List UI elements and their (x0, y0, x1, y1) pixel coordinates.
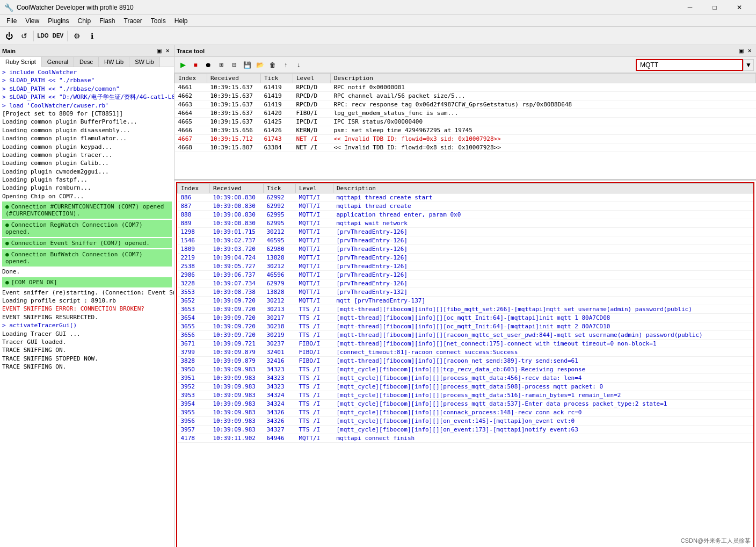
menu-tools[interactable]: Tools (147, 16, 170, 26)
script-line: [Project set to 8809 for [CT8851]] (1, 110, 173, 118)
cell-desc: IPC ISR status/0x00000400 (331, 118, 756, 126)
toolbar-btn3[interactable]: LDO (36, 29, 50, 43)
cell-desc: [mqtt-thread][fibocom][info][][oc_mqtt_I… (333, 314, 753, 322)
menu-file[interactable]: File (2, 16, 21, 26)
table-row[interactable]: 1298 10:39:01.715 30212 MQTT/I [prvThrea… (178, 228, 753, 236)
table-row[interactable]: 4668 10:39:15.807 63384 NET /I << Invali… (175, 143, 756, 152)
table-row[interactable]: 887 10:39:00.830 62992 MQTT/I mqttapi th… (178, 202, 753, 211)
tab-ruby-script[interactable]: Ruby Script (0, 57, 42, 67)
cell-index: 3950 (178, 365, 210, 374)
trace-close-btn[interactable]: ✕ (745, 47, 754, 55)
table-row[interactable]: 3228 10:39:07.734 62979 MQTT/I [prvThrea… (178, 279, 753, 288)
cell-desc: [prvThreadEntry-126] (333, 262, 753, 271)
table-row[interactable]: 4667 10:39:15.712 61743 NET /I << Invali… (175, 135, 756, 143)
tab-general[interactable]: General (42, 57, 74, 67)
lower-trace-table-container[interactable]: Index Received Tick Level Description 88… (176, 182, 754, 547)
cell-tick: 34324 (264, 400, 296, 408)
table-row[interactable]: 2986 10:39:06.737 46596 MQTT/I [prvThrea… (178, 271, 753, 279)
table-row[interactable]: 886 10:39:00.830 62992 MQTT/I mqttapi th… (178, 193, 753, 202)
table-row[interactable]: 4664 10:39:15.637 61420 FIBO/I lpg_get_m… (175, 109, 756, 118)
table-row[interactable]: 3953 10:39:09.983 34324 TTS /I [mqtt_cyc… (178, 391, 753, 400)
cell-level: MQTT/I (296, 245, 333, 254)
toolbar-btn4[interactable]: DEV (51, 29, 65, 43)
trace-filter-btn[interactable]: ⊟ (228, 59, 240, 71)
cell-index: 3655 (178, 322, 210, 331)
table-row[interactable]: 1809 10:39:03.720 62980 MQTT/I [prvThrea… (178, 245, 753, 254)
table-row[interactable]: 3952 10:39:09.983 34323 TTS /I [mqtt_cyc… (178, 383, 753, 391)
trace-save-btn[interactable]: 💾 (241, 59, 253, 71)
table-row[interactable]: 3671 10:39:09.721 30237 FIBO/I [mqtt-thr… (178, 340, 753, 348)
toolbar-settings-btn[interactable]: ⚙ (70, 29, 84, 43)
table-row[interactable]: 3956 10:39:09.983 34326 TTS /I [mqtt_cyc… (178, 417, 753, 426)
watermark: CSDN@外来务工人员徐某 (681, 537, 751, 545)
table-row[interactable]: 3654 10:39:09.720 30217 TTS /I [mqtt-thr… (178, 314, 753, 322)
cell-tick: 62992 (264, 193, 296, 202)
table-row[interactable]: 3652 10:39:09.720 30212 MQTT/I mqtt [prv… (178, 297, 753, 305)
menu-chip[interactable]: Chip (74, 16, 96, 26)
menu-view[interactable]: View (21, 16, 43, 26)
menu-tracer[interactable]: Tracer (120, 16, 147, 26)
trace-record-btn[interactable]: ⏺ (202, 59, 214, 71)
trace-clear-btn[interactable]: 🗑 (267, 59, 279, 71)
cell-tick: 34324 (264, 391, 296, 400)
cell-level: MQTT/I (296, 236, 333, 245)
menu-help[interactable]: Help (170, 16, 192, 26)
trace-grid-btn[interactable]: ⊞ (215, 59, 227, 71)
close-button[interactable]: ✕ (727, 0, 752, 15)
search-input[interactable] (636, 59, 743, 71)
table-row[interactable]: 3656 10:39:09.720 30219 TTS /I [mqtt-thr… (178, 331, 753, 340)
trace-float-btn[interactable]: ▣ (737, 47, 745, 55)
cell-level: MQTT/I (296, 202, 333, 211)
table-row[interactable]: 3950 10:39:09.983 34323 TTS /I [mqtt_cyc… (178, 365, 753, 374)
toolbar-power-btn[interactable]: ⏻ (2, 29, 16, 43)
tab-sw-lib[interactable]: SW Lib (129, 57, 159, 67)
table-row[interactable]: 4665 10:39:15.637 61425 IPCD/I IPC ISR s… (175, 118, 756, 126)
menu-plugins[interactable]: Plugins (43, 16, 73, 26)
cell-received: 10:39:08.738 (210, 288, 264, 297)
table-row[interactable]: 3653 10:39:09.720 30213 TTS /I [mqtt-thr… (178, 305, 753, 314)
left-panel-float-btn[interactable]: ▣ (155, 47, 163, 55)
table-row[interactable]: 4178 10:39:11.902 64946 MQTT/I mqttapi c… (178, 434, 753, 443)
table-row[interactable]: 3655 10:39:09.720 30218 TTS /I [mqtt-thr… (178, 322, 753, 331)
table-row[interactable]: 888 10:39:00.830 62995 MQTT/I applicatio… (178, 211, 753, 219)
table-row[interactable]: 4663 10:39:15.637 61419 RPCD/D RPC: recv… (175, 100, 756, 109)
trace-start-btn[interactable]: ▶ (177, 59, 188, 71)
table-row[interactable]: 3954 10:39:09.983 34324 TTS /I [mqtt_cyc… (178, 400, 753, 408)
table-row[interactable]: 889 10:39:00.830 62995 MQTT/I mqttapi wa… (178, 219, 753, 228)
table-row[interactable]: 2219 10:39:04.724 13828 MQTT/I [prvThrea… (178, 254, 753, 262)
toolbar-refresh-btn[interactable]: ↺ (17, 29, 31, 43)
menu-bar: File View Plugins Chip Flash Tracer Tool… (0, 15, 756, 27)
cell-desc: mqttapi thread create (333, 202, 753, 211)
tab-desc[interactable]: Desc (74, 57, 99, 67)
menu-flash[interactable]: Flash (95, 16, 119, 26)
minimize-button[interactable]: ─ (678, 0, 702, 15)
table-row[interactable]: 2538 10:39:05.727 30212 MQTT/I [prvThrea… (178, 262, 753, 271)
tab-hw-lib[interactable]: HW Lib (99, 57, 129, 67)
cell-tick: 30217 (264, 314, 296, 322)
table-row[interactable]: 3951 10:39:09.983 34323 TTS /I [mqtt_cyc… (178, 374, 753, 383)
table-row[interactable]: 4661 10:39:15.637 61419 RPCD/D RPC notif… (175, 83, 756, 92)
table-row[interactable]: 3553 10:39:08.738 13828 MQTT/I [prvThrea… (178, 288, 753, 297)
trace-stop-btn[interactable]: ■ (190, 59, 201, 71)
upper-trace-table-container[interactable]: Index Received Tick Level Description 46… (175, 73, 756, 181)
col-header-received: Received (207, 74, 261, 83)
cell-index: 3656 (178, 331, 210, 340)
table-row[interactable]: 4662 10:39:15.637 61419 RPCD/D RPC chann… (175, 92, 756, 100)
cell-desc: [prvThreadEntry-132] (333, 288, 753, 297)
maximize-button[interactable]: □ (702, 0, 727, 15)
table-row[interactable]: 4666 10:39:15.656 61426 KERN/D psm: set … (175, 126, 756, 135)
table-row[interactable]: 3957 10:39:09.983 34327 TTS /I [mqtt_cyc… (178, 426, 753, 434)
cell-tick: 34323 (264, 383, 296, 391)
table-row[interactable]: 1546 10:39:02.737 46595 MQTT/I [prvThrea… (178, 236, 753, 245)
trace-down-btn[interactable]: ↓ (293, 59, 304, 71)
table-row[interactable]: 3955 10:39:09.983 34326 TTS /I [mqtt_cyc… (178, 408, 753, 417)
left-panel-close-btn[interactable]: ✕ (163, 47, 172, 55)
table-row[interactable]: 3828 10:39:09.879 32416 FIBO/I [mqtt-thr… (178, 357, 753, 365)
table-row[interactable]: 3799 10:39:09.879 32401 FIBO/I [connect_… (178, 348, 753, 357)
search-go-btn[interactable]: ▼ (743, 59, 754, 71)
trace-up-btn[interactable]: ↑ (280, 59, 292, 71)
toolbar-info-btn[interactable]: ℹ (85, 29, 99, 43)
script-area[interactable]: > include CoolWatcher> $LOAD_PATH << "./… (0, 67, 174, 547)
cell-level: TTS /I (296, 417, 333, 426)
trace-open-btn[interactable]: 📂 (254, 59, 266, 71)
